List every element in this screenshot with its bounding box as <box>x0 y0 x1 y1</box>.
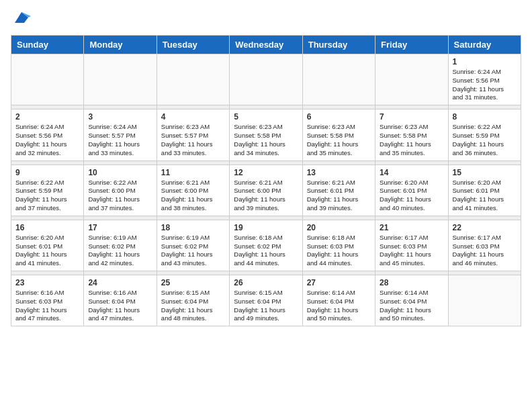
weekday-header-thursday: Thursday <box>302 36 375 54</box>
day-number: 4 <box>161 112 225 122</box>
calendar-day-10: 10Sunrise: 6:22 AM Sunset: 6:00 PM Dayli… <box>84 165 157 216</box>
day-number: 20 <box>307 223 371 232</box>
logo <box>11 11 31 27</box>
day-number: 15 <box>453 168 517 177</box>
day-info: Sunrise: 6:21 AM Sunset: 6:00 PM Dayligh… <box>161 179 225 213</box>
calendar-week-row: 9Sunrise: 6:22 AM Sunset: 5:59 PM Daylig… <box>11 165 521 216</box>
weekday-header-saturday: Saturday <box>448 36 521 54</box>
day-number: 17 <box>88 223 152 232</box>
day-number: 26 <box>234 278 298 287</box>
calendar-day-21: 21Sunrise: 6:17 AM Sunset: 6:03 PM Dayli… <box>375 220 448 271</box>
calendar-day-27: 27Sunrise: 6:14 AM Sunset: 6:04 PM Dayli… <box>302 275 375 326</box>
day-number: 18 <box>161 223 225 232</box>
day-info: Sunrise: 6:21 AM Sunset: 6:01 PM Dayligh… <box>307 179 371 213</box>
day-info: Sunrise: 6:20 AM Sunset: 6:01 PM Dayligh… <box>453 179 517 213</box>
day-info: Sunrise: 6:23 AM Sunset: 5:58 PM Dayligh… <box>234 123 298 157</box>
calendar-week-row: 2Sunrise: 6:24 AM Sunset: 5:56 PM Daylig… <box>11 109 521 161</box>
calendar-day-13: 13Sunrise: 6:21 AM Sunset: 6:01 PM Dayli… <box>302 165 375 216</box>
day-info: Sunrise: 6:18 AM Sunset: 6:03 PM Dayligh… <box>307 234 371 268</box>
calendar-day-1: 1Sunrise: 6:24 AM Sunset: 5:56 PM Daylig… <box>448 54 521 105</box>
day-info: Sunrise: 6:23 AM Sunset: 5:58 PM Dayligh… <box>307 123 371 157</box>
calendar-empty-cell <box>84 54 157 105</box>
calendar-week-row: 16Sunrise: 6:20 AM Sunset: 6:01 PM Dayli… <box>11 220 521 271</box>
day-info: Sunrise: 6:18 AM Sunset: 6:02 PM Dayligh… <box>234 234 298 268</box>
day-number: 10 <box>88 168 152 177</box>
calendar-day-6: 6Sunrise: 6:23 AM Sunset: 5:58 PM Daylig… <box>302 109 375 161</box>
calendar-day-28: 28Sunrise: 6:14 AM Sunset: 6:04 PM Dayli… <box>375 275 448 326</box>
day-number: 2 <box>15 112 79 122</box>
calendar-day-23: 23Sunrise: 6:16 AM Sunset: 6:03 PM Dayli… <box>11 275 84 326</box>
calendar-empty-cell <box>11 54 84 105</box>
weekday-header-row: SundayMondayTuesdayWednesdayThursdayFrid… <box>11 36 521 54</box>
day-info: Sunrise: 6:22 AM Sunset: 5:59 PM Dayligh… <box>15 179 79 213</box>
calendar-day-18: 18Sunrise: 6:19 AM Sunset: 6:02 PM Dayli… <box>157 220 229 271</box>
day-number: 23 <box>15 278 79 287</box>
day-number: 9 <box>15 168 79 177</box>
day-info: Sunrise: 6:17 AM Sunset: 6:03 PM Dayligh… <box>380 234 443 268</box>
day-number: 3 <box>88 112 152 122</box>
calendar-empty-cell <box>157 54 229 105</box>
day-number: 27 <box>307 278 371 287</box>
calendar-day-11: 11Sunrise: 6:21 AM Sunset: 6:00 PM Dayli… <box>157 165 229 216</box>
calendar-day-9: 9Sunrise: 6:22 AM Sunset: 5:59 PM Daylig… <box>11 165 84 216</box>
logo-bird-icon <box>12 11 31 27</box>
day-number: 22 <box>453 223 517 232</box>
weekday-header-friday: Friday <box>375 36 448 54</box>
calendar-table: SundayMondayTuesdayWednesdayThursdayFrid… <box>11 35 521 326</box>
day-info: Sunrise: 6:14 AM Sunset: 6:04 PM Dayligh… <box>307 289 371 323</box>
calendar-day-8: 8Sunrise: 6:22 AM Sunset: 5:59 PM Daylig… <box>448 109 521 161</box>
day-info: Sunrise: 6:16 AM Sunset: 6:04 PM Dayligh… <box>88 289 152 323</box>
day-info: Sunrise: 6:22 AM Sunset: 5:59 PM Dayligh… <box>453 123 517 157</box>
day-info: Sunrise: 6:21 AM Sunset: 6:00 PM Dayligh… <box>234 179 298 213</box>
calendar-empty-cell <box>375 54 448 105</box>
calendar-day-12: 12Sunrise: 6:21 AM Sunset: 6:00 PM Dayli… <box>230 165 302 216</box>
day-number: 25 <box>161 278 225 287</box>
page-header <box>11 11 521 27</box>
day-info: Sunrise: 6:24 AM Sunset: 5:56 PM Dayligh… <box>15 123 79 157</box>
day-info: Sunrise: 6:24 AM Sunset: 5:57 PM Dayligh… <box>88 123 152 157</box>
day-info: Sunrise: 6:19 AM Sunset: 6:02 PM Dayligh… <box>88 234 152 268</box>
calendar-day-24: 24Sunrise: 6:16 AM Sunset: 6:04 PM Dayli… <box>84 275 157 326</box>
day-number: 1 <box>453 57 517 66</box>
calendar-day-16: 16Sunrise: 6:20 AM Sunset: 6:01 PM Dayli… <box>11 220 84 271</box>
day-info: Sunrise: 6:19 AM Sunset: 6:02 PM Dayligh… <box>161 234 225 268</box>
calendar-week-row: 23Sunrise: 6:16 AM Sunset: 6:03 PM Dayli… <box>11 275 521 326</box>
calendar-day-17: 17Sunrise: 6:19 AM Sunset: 6:02 PM Dayli… <box>84 220 157 271</box>
calendar-day-15: 15Sunrise: 6:20 AM Sunset: 6:01 PM Dayli… <box>448 165 521 216</box>
weekday-header-monday: Monday <box>84 36 157 54</box>
day-info: Sunrise: 6:22 AM Sunset: 6:00 PM Dayligh… <box>88 179 152 213</box>
day-info: Sunrise: 6:20 AM Sunset: 6:01 PM Dayligh… <box>380 179 443 213</box>
calendar-day-19: 19Sunrise: 6:18 AM Sunset: 6:02 PM Dayli… <box>230 220 302 271</box>
day-number: 14 <box>380 168 443 177</box>
day-info: Sunrise: 6:23 AM Sunset: 5:57 PM Dayligh… <box>161 123 225 157</box>
day-number: 28 <box>380 278 443 287</box>
day-info: Sunrise: 6:17 AM Sunset: 6:03 PM Dayligh… <box>453 234 517 268</box>
calendar-day-3: 3Sunrise: 6:24 AM Sunset: 5:57 PM Daylig… <box>84 109 157 161</box>
day-number: 7 <box>380 112 443 122</box>
day-info: Sunrise: 6:15 AM Sunset: 6:04 PM Dayligh… <box>234 289 298 323</box>
day-number: 12 <box>234 168 298 177</box>
day-number: 6 <box>307 112 371 122</box>
calendar-day-7: 7Sunrise: 6:23 AM Sunset: 5:58 PM Daylig… <box>375 109 448 161</box>
weekday-header-tuesday: Tuesday <box>157 36 229 54</box>
day-number: 13 <box>307 168 371 177</box>
svg-marker-0 <box>15 12 28 23</box>
day-number: 19 <box>234 223 298 232</box>
day-info: Sunrise: 6:23 AM Sunset: 5:58 PM Dayligh… <box>380 123 443 157</box>
calendar-week-row: 1Sunrise: 6:24 AM Sunset: 5:56 PM Daylig… <box>11 54 521 105</box>
weekday-header-wednesday: Wednesday <box>230 36 302 54</box>
calendar-day-25: 25Sunrise: 6:15 AM Sunset: 6:04 PM Dayli… <box>157 275 229 326</box>
day-info: Sunrise: 6:24 AM Sunset: 5:56 PM Dayligh… <box>453 68 517 102</box>
calendar-day-14: 14Sunrise: 6:20 AM Sunset: 6:01 PM Dayli… <box>375 165 448 216</box>
day-number: 24 <box>88 278 152 287</box>
calendar-day-26: 26Sunrise: 6:15 AM Sunset: 6:04 PM Dayli… <box>230 275 302 326</box>
day-info: Sunrise: 6:15 AM Sunset: 6:04 PM Dayligh… <box>161 289 225 323</box>
calendar-day-2: 2Sunrise: 6:24 AM Sunset: 5:56 PM Daylig… <box>11 109 84 161</box>
calendar-empty-cell <box>302 54 375 105</box>
day-number: 16 <box>15 223 79 232</box>
calendar-day-20: 20Sunrise: 6:18 AM Sunset: 6:03 PM Dayli… <box>302 220 375 271</box>
day-number: 21 <box>380 223 443 232</box>
day-info: Sunrise: 6:20 AM Sunset: 6:01 PM Dayligh… <box>15 234 79 268</box>
calendar-empty-cell <box>230 54 302 105</box>
day-number: 5 <box>234 112 298 122</box>
